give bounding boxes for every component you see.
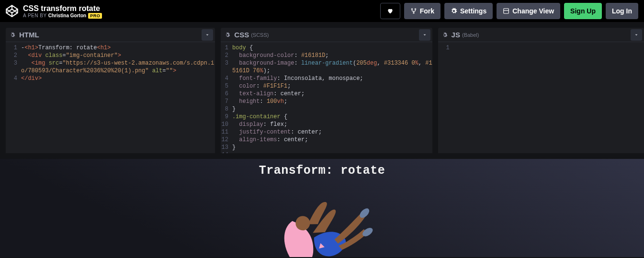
- js-editor-sub: (Babel): [462, 32, 479, 38]
- change-view-button[interactable]: Change View: [497, 3, 560, 19]
- heart-button[interactable]: [380, 3, 400, 19]
- chevron-down-icon: [422, 33, 427, 37]
- code-lines: body { background-color: #16181D; backgr…: [232, 44, 432, 153]
- html-settings-button[interactable]: [6, 32, 19, 38]
- preview-image: [260, 188, 384, 257]
- css-editor-header: CSS (SCSS): [221, 28, 432, 42]
- js-editor-title: JS: [452, 31, 460, 39]
- pro-badge: PRO: [88, 13, 102, 19]
- pen-subtitle: A PEN BY Christina GortonPRO: [23, 13, 380, 18]
- css-editor-sub: (SCSS): [251, 32, 269, 38]
- css-editor-title: CSS: [234, 31, 249, 39]
- code-lines: -<h1>Transform: rotate<h1> <div class="i…: [21, 44, 215, 153]
- js-editor: JS (Babel) 1: [438, 28, 644, 153]
- gear-icon: [10, 32, 15, 38]
- line-gutter: 1: [438, 44, 453, 153]
- codepen-logo: [6, 5, 18, 17]
- gear-icon: [451, 8, 457, 14]
- login-button[interactable]: Log In: [606, 3, 638, 19]
- js-settings-button[interactable]: [438, 32, 452, 38]
- pen-title: CSS transform rotate: [23, 4, 380, 13]
- svg-rect-0: [504, 9, 509, 14]
- author-link[interactable]: Christina Gorton: [48, 13, 86, 18]
- chevron-down-icon: [205, 33, 210, 37]
- css-editor: CSS (SCSS) 123456789101112131415 body { …: [221, 28, 432, 153]
- css-collapse-button[interactable]: [419, 29, 430, 41]
- html-code-area[interactable]: 1234 -<h1>Transform: rotate<h1> <div cla…: [6, 42, 215, 153]
- signup-button[interactable]: Sign Up: [564, 3, 602, 19]
- html-editor-title: HTML: [19, 31, 39, 39]
- js-collapse-button[interactable]: [631, 29, 642, 41]
- layout-icon: [503, 8, 509, 14]
- app-header: CSS transform rotate A PEN BY Christina …: [0, 0, 644, 22]
- js-editor-header: JS (Babel): [438, 28, 644, 42]
- settings-button[interactable]: Settings: [444, 3, 493, 19]
- js-code-area[interactable]: 1: [438, 42, 644, 153]
- html-editor-header: HTML: [6, 28, 215, 42]
- html-collapse-button[interactable]: [202, 29, 213, 41]
- heart-icon: [387, 8, 394, 14]
- chevron-down-icon: [634, 33, 639, 37]
- line-gutter: 1234: [6, 44, 21, 153]
- code-lines: [453, 44, 644, 153]
- fork-button[interactable]: Fork: [404, 3, 441, 19]
- gear-icon: [442, 32, 448, 38]
- gear-icon: [225, 32, 230, 38]
- preview-pane: Transform: rotate: [0, 159, 644, 257]
- css-settings-button[interactable]: [221, 32, 234, 38]
- header-buttons: Fork Settings Change View Sign Up Log In: [380, 3, 638, 19]
- title-block: CSS transform rotate A PEN BY Christina …: [23, 4, 380, 18]
- line-gutter: 123456789101112131415: [221, 44, 232, 153]
- editor-row: HTML 1234 -<h1>Transform: rotate<h1> <di…: [0, 22, 644, 159]
- html-editor: HTML 1234 -<h1>Transform: rotate<h1> <di…: [6, 28, 215, 153]
- css-code-area[interactable]: 123456789101112131415 body { background-…: [221, 42, 432, 153]
- fork-icon: [410, 8, 417, 14]
- preview-heading: Transform: rotate: [0, 159, 644, 178]
